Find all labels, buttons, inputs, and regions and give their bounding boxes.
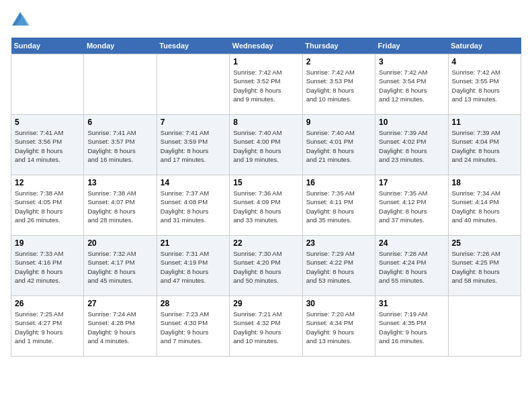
calendar-cell: 28Sunrise: 7:23 AM Sunset: 4:30 PM Dayli…: [157, 296, 229, 357]
day-info: Sunrise: 7:24 AM Sunset: 4:28 PM Dayligh…: [87, 310, 152, 345]
calendar-cell: 30Sunrise: 7:20 AM Sunset: 4:34 PM Dayli…: [302, 296, 375, 357]
day-info: Sunrise: 7:29 AM Sunset: 4:22 PM Dayligh…: [306, 249, 371, 285]
day-number: 28: [161, 299, 226, 308]
day-number: 12: [15, 178, 80, 187]
weekday-header-row: SundayMondayTuesdayWednesdayThursdayFrid…: [11, 38, 521, 54]
day-info: Sunrise: 7:35 AM Sunset: 4:12 PM Dayligh…: [379, 189, 444, 224]
day-number: 7: [161, 118, 226, 127]
day-info: Sunrise: 7:41 AM Sunset: 3:57 PM Dayligh…: [87, 128, 152, 164]
calendar-cell: 23Sunrise: 7:29 AM Sunset: 4:22 PM Dayli…: [302, 236, 375, 296]
logo: [11, 11, 32, 30]
calendar-cell: 13Sunrise: 7:38 AM Sunset: 4:07 PM Dayli…: [84, 175, 157, 236]
calendar-cell: 3Sunrise: 7:42 AM Sunset: 3:54 PM Daylig…: [375, 54, 448, 115]
day-number: 27: [87, 299, 152, 308]
calendar-cell: 31Sunrise: 7:19 AM Sunset: 4:35 PM Dayli…: [375, 296, 448, 357]
day-number: 16: [306, 178, 371, 187]
day-info: Sunrise: 7:38 AM Sunset: 4:05 PM Dayligh…: [15, 189, 80, 224]
day-number: 1: [233, 57, 298, 66]
day-info: Sunrise: 7:37 AM Sunset: 4:08 PM Dayligh…: [161, 189, 226, 224]
calendar-cell: 10Sunrise: 7:39 AM Sunset: 4:02 PM Dayli…: [375, 115, 448, 175]
day-info: Sunrise: 7:36 AM Sunset: 4:09 PM Dayligh…: [233, 189, 298, 224]
day-number: 17: [379, 178, 444, 187]
day-number: 23: [306, 238, 371, 248]
day-info: Sunrise: 7:34 AM Sunset: 4:14 PM Dayligh…: [452, 189, 517, 224]
calendar-cell: [11, 54, 84, 115]
calendar-cell: [157, 54, 229, 115]
calendar-cell: 11Sunrise: 7:39 AM Sunset: 4:04 PM Dayli…: [448, 115, 521, 175]
day-number: 6: [87, 118, 152, 127]
day-number: 9: [306, 118, 371, 127]
day-info: Sunrise: 7:19 AM Sunset: 4:35 PM Dayligh…: [379, 310, 444, 345]
calendar-table: SundayMondayTuesdayWednesdayThursdayFrid…: [11, 38, 521, 357]
weekday-header-tuesday: Tuesday: [157, 38, 229, 54]
day-info: Sunrise: 7:39 AM Sunset: 4:04 PM Dayligh…: [452, 128, 517, 164]
day-info: Sunrise: 7:31 AM Sunset: 4:19 PM Dayligh…: [161, 249, 226, 285]
calendar-body: 1Sunrise: 7:42 AM Sunset: 3:52 PM Daylig…: [11, 54, 521, 357]
calendar-cell: 1Sunrise: 7:42 AM Sunset: 3:52 PM Daylig…: [230, 54, 302, 115]
calendar-cell: 17Sunrise: 7:35 AM Sunset: 4:12 PM Dayli…: [375, 175, 448, 236]
day-number: 30: [306, 299, 371, 308]
calendar-cell: 6Sunrise: 7:41 AM Sunset: 3:57 PM Daylig…: [84, 115, 157, 175]
day-number: 11: [452, 118, 517, 127]
logo-icon: [11, 11, 30, 30]
day-info: Sunrise: 7:42 AM Sunset: 3:53 PM Dayligh…: [306, 68, 371, 103]
day-number: 4: [452, 57, 517, 66]
day-info: Sunrise: 7:20 AM Sunset: 4:34 PM Dayligh…: [306, 310, 371, 345]
calendar-cell: 4Sunrise: 7:42 AM Sunset: 3:55 PM Daylig…: [448, 54, 521, 115]
weekday-header-saturday: Saturday: [448, 38, 521, 54]
calendar-cell: 5Sunrise: 7:41 AM Sunset: 3:56 PM Daylig…: [11, 115, 84, 175]
day-number: 18: [452, 178, 517, 187]
day-info: Sunrise: 7:30 AM Sunset: 4:20 PM Dayligh…: [233, 249, 298, 285]
day-number: 25: [452, 238, 517, 248]
day-info: Sunrise: 7:33 AM Sunset: 4:16 PM Dayligh…: [15, 249, 80, 285]
calendar-cell: 12Sunrise: 7:38 AM Sunset: 4:05 PM Dayli…: [11, 175, 84, 236]
calendar-cell: 27Sunrise: 7:24 AM Sunset: 4:28 PM Dayli…: [84, 296, 157, 357]
day-number: 2: [306, 57, 371, 66]
calendar-cell: 29Sunrise: 7:21 AM Sunset: 4:32 PM Dayli…: [230, 296, 302, 357]
weekday-header-wednesday: Wednesday: [230, 38, 302, 54]
day-number: 21: [161, 238, 226, 248]
day-info: Sunrise: 7:39 AM Sunset: 4:02 PM Dayligh…: [379, 128, 444, 164]
day-number: 3: [379, 57, 444, 66]
day-info: Sunrise: 7:23 AM Sunset: 4:30 PM Dayligh…: [161, 310, 226, 345]
calendar-cell: 2Sunrise: 7:42 AM Sunset: 3:53 PM Daylig…: [302, 54, 375, 115]
calendar-cell: 22Sunrise: 7:30 AM Sunset: 4:20 PM Dayli…: [230, 236, 302, 296]
weekday-header-sunday: Sunday: [11, 38, 84, 54]
day-info: Sunrise: 7:28 AM Sunset: 4:24 PM Dayligh…: [379, 249, 444, 285]
calendar-cell: [84, 54, 157, 115]
day-info: Sunrise: 7:25 AM Sunset: 4:27 PM Dayligh…: [15, 310, 80, 345]
day-number: 19: [15, 238, 80, 248]
weekday-header-friday: Friday: [375, 38, 448, 54]
page-header: [11, 11, 521, 30]
day-info: Sunrise: 7:41 AM Sunset: 3:56 PM Dayligh…: [15, 128, 80, 164]
day-number: 8: [233, 118, 298, 127]
day-number: 31: [379, 299, 444, 308]
day-info: Sunrise: 7:42 AM Sunset: 3:54 PM Dayligh…: [379, 68, 444, 103]
weekday-header-thursday: Thursday: [302, 38, 375, 54]
calendar-cell: 24Sunrise: 7:28 AM Sunset: 4:24 PM Dayli…: [375, 236, 448, 296]
day-number: 22: [233, 238, 298, 248]
calendar-cell: [448, 296, 521, 357]
day-number: 5: [15, 118, 80, 127]
calendar-cell: 20Sunrise: 7:32 AM Sunset: 4:17 PM Dayli…: [84, 236, 157, 296]
calendar-cell: 18Sunrise: 7:34 AM Sunset: 4:14 PM Dayli…: [448, 175, 521, 236]
calendar-cell: 14Sunrise: 7:37 AM Sunset: 4:08 PM Dayli…: [157, 175, 229, 236]
day-info: Sunrise: 7:35 AM Sunset: 4:11 PM Dayligh…: [306, 189, 371, 224]
week-row-4: 19Sunrise: 7:33 AM Sunset: 4:16 PM Dayli…: [11, 236, 521, 296]
day-number: 26: [15, 299, 80, 308]
day-info: Sunrise: 7:42 AM Sunset: 3:55 PM Dayligh…: [452, 68, 517, 103]
weekday-header-monday: Monday: [84, 38, 157, 54]
week-row-1: 1Sunrise: 7:42 AM Sunset: 3:52 PM Daylig…: [11, 54, 521, 115]
week-row-3: 12Sunrise: 7:38 AM Sunset: 4:05 PM Dayli…: [11, 175, 521, 236]
day-number: 29: [233, 299, 298, 308]
week-row-5: 26Sunrise: 7:25 AM Sunset: 4:27 PM Dayli…: [11, 296, 521, 357]
day-number: 13: [87, 178, 152, 187]
day-number: 24: [379, 238, 444, 248]
day-info: Sunrise: 7:32 AM Sunset: 4:17 PM Dayligh…: [87, 249, 152, 285]
day-number: 15: [233, 178, 298, 187]
calendar-cell: 8Sunrise: 7:40 AM Sunset: 4:00 PM Daylig…: [230, 115, 302, 175]
day-info: Sunrise: 7:38 AM Sunset: 4:07 PM Dayligh…: [87, 189, 152, 224]
day-number: 14: [161, 178, 226, 187]
day-info: Sunrise: 7:42 AM Sunset: 3:52 PM Dayligh…: [233, 68, 298, 103]
calendar-cell: 15Sunrise: 7:36 AM Sunset: 4:09 PM Dayli…: [230, 175, 302, 236]
